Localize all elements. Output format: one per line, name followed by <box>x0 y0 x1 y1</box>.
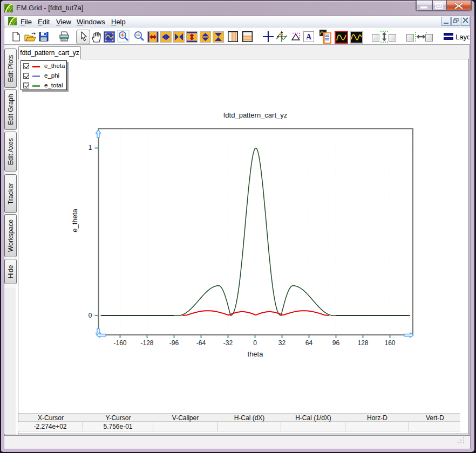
svg-text:0: 0 <box>89 312 92 319</box>
svg-text:-160: -160 <box>113 339 126 347</box>
svg-text:32: 32 <box>278 339 286 347</box>
svg-text:128: 128 <box>357 339 368 347</box>
svg-text:160: 160 <box>384 339 395 347</box>
svg-text:theta: theta <box>248 350 264 358</box>
svg-text:-128: -128 <box>140 339 153 347</box>
svg-text:0: 0 <box>253 339 257 347</box>
svg-text:1: 1 <box>89 144 92 152</box>
svg-text:e_theta: e_theta <box>71 209 79 232</box>
svg-text:-64: -64 <box>196 339 206 347</box>
svg-text:-96: -96 <box>169 339 179 347</box>
svg-text:64: 64 <box>305 339 313 347</box>
svg-text:fdtd_pattern_cart_yz: fdtd_pattern_cart_yz <box>223 111 288 119</box>
svg-text:96: 96 <box>332 339 340 347</box>
svg-text:-32: -32 <box>223 339 233 347</box>
